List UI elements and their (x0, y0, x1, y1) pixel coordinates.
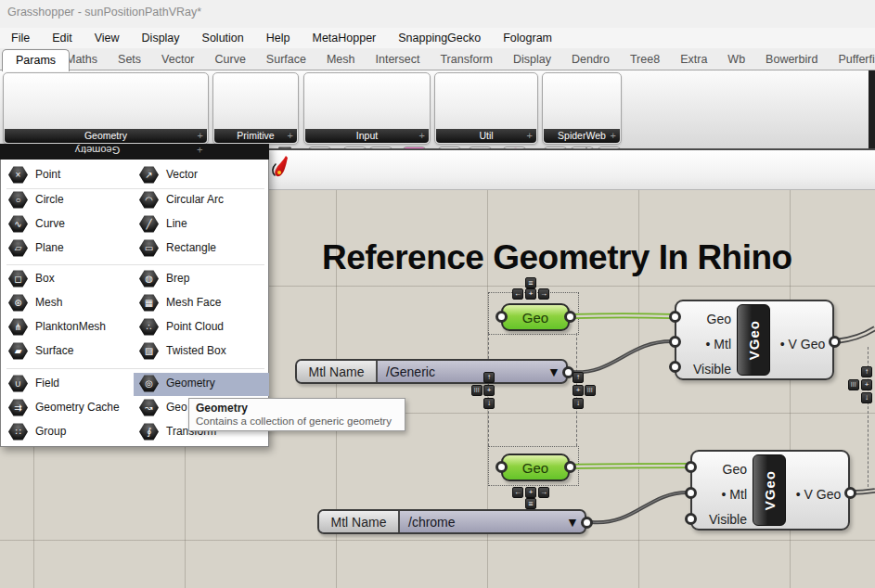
menu-item-snappinggecko[interactable]: SnappingGecko (387, 32, 492, 45)
vgeo-name-capsule[interactable]: VGeo (737, 304, 770, 376)
geo-component-1[interactable]: Geo (501, 303, 570, 331)
tab-mesh[interactable]: Mesh (316, 53, 366, 66)
menu-item-plankton-mesh[interactable]: PlanktonMesh (35, 318, 106, 336)
menu-item-view[interactable]: View (84, 32, 131, 45)
wire-plus-widget[interactable]: + (573, 385, 584, 396)
tab-sets[interactable]: Sets (108, 53, 151, 66)
toolbar-group-input-label[interactable]: Input + (305, 129, 429, 143)
grasshopper-window: Grasshopper - sunPositionPathVRay* File … (0, 0, 875, 588)
paint-flame-icon[interactable] (271, 155, 291, 181)
value-list-value[interactable]: /Generic (378, 361, 542, 382)
vgeo2-mtl-nub[interactable] (685, 487, 697, 499)
tab-bowerbird[interactable]: Bowerbird (755, 53, 828, 66)
title-bar[interactable]: Grasshopper - sunPositionPathVRay* (0, 0, 875, 28)
wire-plus-widget[interactable]: + (483, 385, 495, 396)
wire-down-widget[interactable]: ↓ (483, 398, 495, 409)
tab-pufferfish[interactable]: Pufferfish (828, 53, 875, 66)
menu-item-box[interactable]: Box (35, 270, 55, 288)
menu-item-brep[interactable]: Brep (166, 270, 189, 288)
value-list-generic[interactable]: Mtl Name /Generic ▼ (295, 359, 568, 384)
vgeo1-output-nub[interactable] (829, 336, 841, 348)
nav-left-widget[interactable]: ← (512, 288, 523, 300)
value-list-value[interactable]: /chrome (400, 511, 560, 532)
menu-item-twisted-box[interactable]: Twisted Box (166, 342, 226, 360)
tab-display[interactable]: Display (503, 53, 561, 66)
wire-bars-widget[interactable]: ||| (471, 385, 483, 396)
menu-item-point-cloud[interactable]: Point Cloud (166, 318, 224, 336)
nav-left-widget[interactable]: ← (512, 487, 523, 498)
menu-item-file[interactable]: File (0, 32, 41, 45)
menu-item-mesh[interactable]: Mesh (35, 294, 62, 312)
vgeo2-geo-nub[interactable] (685, 461, 697, 473)
menu-item-geometry[interactable]: Geometry (166, 375, 215, 392)
menu-item-geometry-cache[interactable]: Geometry Cache (35, 399, 120, 416)
menu-item-circular-arc[interactable]: Circular Arc (166, 191, 224, 209)
wire-up-widget[interactable]: ↑ (573, 372, 584, 383)
vgeo1-mtl-nub[interactable] (669, 336, 681, 348)
nav-plus-widget[interactable]: + (525, 487, 536, 498)
toolbar-group-util-label[interactable]: Util + (436, 129, 536, 143)
menu-item-fologram[interactable]: Fologram (492, 32, 563, 45)
menu-item-surface[interactable]: Surface (35, 342, 73, 360)
menu-item-plane[interactable]: Plane (35, 239, 64, 257)
tab-tree8[interactable]: Tree8 (620, 53, 670, 66)
vgeo2-output-nub[interactable] (844, 487, 856, 499)
menu-item-vector[interactable]: Vector (166, 166, 198, 184)
vgeo1-visible-nub[interactable] (669, 361, 681, 373)
tab-wb[interactable]: Wb (717, 53, 755, 66)
expand-icon: + (419, 130, 425, 142)
menu-item-mesh-face[interactable]: Mesh Face (166, 294, 221, 312)
tab-params[interactable]: Params (2, 49, 70, 71)
wire-bars-widget[interactable]: ||| (585, 385, 596, 396)
list-widget-icon[interactable]: ≡ (525, 498, 536, 509)
wire-plus-widget[interactable]: + (861, 379, 872, 390)
geo-component-2[interactable]: Geo (501, 454, 570, 481)
tab-vector[interactable]: Vector (151, 53, 204, 66)
menu-item-group[interactable]: Group (35, 423, 66, 441)
tab-surface[interactable]: Surface (256, 53, 316, 66)
value-list-chrome[interactable]: Mtl Name /chrome ▼ (317, 509, 586, 534)
nav-right-widget[interactable]: → (538, 487, 549, 498)
vgeo-name-capsule[interactable]: VGeo (753, 454, 786, 526)
nav-plus-widget[interactable]: + (525, 288, 536, 300)
tab-curve[interactable]: Curve (205, 53, 256, 66)
toolbar-group-primitive-label[interactable]: Primitive + (214, 129, 297, 143)
wire-down-widget[interactable]: ↓ (861, 392, 872, 403)
dropdown-header[interactable]: Geometry + (0, 144, 269, 160)
menu-item-edit[interactable]: Edit (41, 32, 84, 45)
tab-dendro[interactable]: Dendro (561, 53, 620, 66)
menu-item-help[interactable]: Help (255, 32, 302, 45)
toolbar-group-geometry-label[interactable]: Geometry + (5, 129, 207, 143)
nav-right-widget[interactable]: → (538, 288, 549, 300)
vgeo-component-1[interactable]: Geo • Mtl Visible VGeo • V Geo (675, 300, 834, 380)
wire-bars-widget[interactable]: ||| (848, 379, 859, 390)
value-list2-output-nub[interactable] (581, 517, 593, 529)
menu-item-curve[interactable]: Curve (35, 215, 65, 233)
tab-intersect[interactable]: Intersect (366, 53, 431, 66)
menu-item-field[interactable]: Field (35, 375, 59, 392)
menu-item-circle[interactable]: Circle (35, 191, 64, 209)
vgeo-component-2[interactable]: Geo • Mtl Visible VGeo • V Geo (690, 450, 850, 530)
menu-bar: File Edit View Display Solution Help Met… (0, 28, 875, 48)
geo1-input-nub[interactable] (495, 311, 508, 323)
wire-down-widget[interactable]: ↓ (573, 398, 584, 409)
tab-extra[interactable]: Extra (670, 53, 717, 66)
menu-item-point[interactable]: Point (35, 166, 60, 184)
vgeo2-visible-nub[interactable] (685, 513, 697, 525)
vgeo1-geo-nub[interactable] (669, 311, 681, 323)
menu-item-line[interactable]: Line (166, 215, 187, 233)
menu-item-rectangle[interactable]: Rectangle (166, 239, 216, 257)
menu-item-geo[interactable]: Geo (166, 399, 187, 416)
menu-item-display[interactable]: Display (131, 32, 191, 45)
geo2-input-nub[interactable] (495, 461, 508, 473)
menu-item-solution[interactable]: Solution (191, 32, 255, 45)
geo1-output-nub[interactable] (564, 311, 576, 323)
tab-transform[interactable]: Transform (430, 53, 503, 66)
plane-icon: ▱ (8, 239, 28, 257)
wire-up-widget[interactable]: ↑ (483, 372, 495, 383)
menu-item-metahopper[interactable]: MetaHopper (301, 32, 387, 45)
toolbar-group-spiderweb-label[interactable]: SpiderWeb + (544, 129, 620, 143)
list-widget-icon[interactable]: ≡ (525, 277, 536, 288)
wire-up-widget[interactable]: ↑ (861, 366, 872, 377)
geo2-output-nub[interactable] (564, 461, 576, 473)
